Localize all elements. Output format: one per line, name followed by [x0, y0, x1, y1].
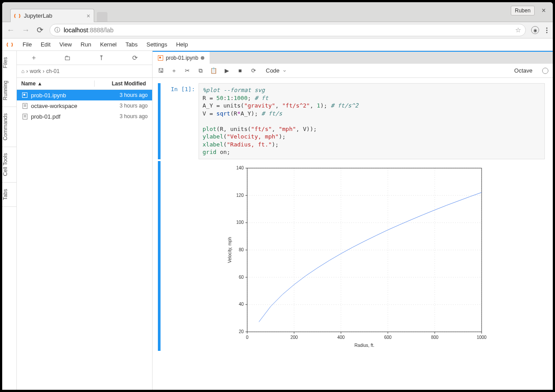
menu-view[interactable]: View	[55, 41, 76, 48]
jupyter-icon	[14, 13, 20, 19]
new-launcher-icon[interactable]: ＋	[28, 54, 39, 62]
chart-output: 0200400600800100020406080100120140Radius…	[199, 164, 545, 351]
sort-name[interactable]: Name	[21, 81, 36, 87]
url-field[interactable]: ⓘ localhost:8888/lab ☆	[50, 24, 526, 36]
vtab-files[interactable]: Files	[2, 51, 16, 74]
new-tab-stub[interactable]	[97, 12, 107, 22]
svg-text:1000: 1000	[477, 335, 487, 340]
cut-icon[interactable]: ✂	[184, 67, 191, 74]
vtab-tabs[interactable]: Tabs	[2, 183, 16, 207]
file-row[interactable]: octave-workspace3 hours ago	[17, 100, 152, 111]
svg-text:0: 0	[246, 335, 249, 340]
file-name: octave-workspace	[31, 103, 120, 109]
copy-icon[interactable]: ⧉	[197, 67, 204, 74]
kernel-name[interactable]: Octave	[514, 67, 532, 74]
sort-modified[interactable]: Last Modified	[95, 81, 148, 87]
notebook-icon	[21, 92, 28, 99]
code-editor[interactable]: %plot --format svg R = 50:1:1000; # ft A…	[199, 83, 545, 159]
input-prompt: In [1]:	[163, 83, 199, 159]
svg-text:40: 40	[239, 302, 244, 307]
file-icon	[21, 102, 28, 109]
vtab-cell-tools[interactable]: Cell Tools	[2, 147, 16, 183]
tab-close-icon[interactable]: ×	[87, 12, 90, 19]
stop-icon[interactable]: ■	[237, 67, 244, 74]
save-icon[interactable]: 🖫	[157, 67, 164, 74]
output-collapse-bar[interactable]	[158, 161, 161, 351]
svg-text:200: 200	[291, 335, 298, 340]
svg-text:120: 120	[236, 193, 244, 198]
svg-text:400: 400	[337, 335, 345, 340]
vtab-commands[interactable]: Commands	[2, 107, 16, 147]
notebook-icon	[158, 55, 163, 61]
menu-edit[interactable]: Edit	[36, 41, 55, 48]
jupyter-menubar: File Edit View Run Kernel Tabs Settings …	[2, 38, 553, 51]
menu-tabs[interactable]: Tabs	[121, 41, 142, 48]
dirty-indicator-icon	[201, 56, 204, 60]
browser-urlbar: ← → ⟳ ⓘ localhost:8888/lab ☆ ◉	[2, 22, 553, 38]
cell-collapse-bar[interactable]	[158, 83, 161, 159]
breadcrumb: ⌂ › work › ch-01	[17, 65, 152, 77]
svg-text:Radius, ft.: Radius, ft.	[354, 343, 374, 348]
nav-reload-icon[interactable]: ⟳	[36, 25, 44, 35]
code-cell[interactable]: In [1]: %plot --format svg R = 50:1:1000…	[158, 83, 545, 159]
paste-icon[interactable]: 📋	[210, 67, 217, 74]
refresh-icon[interactable]: ⟳	[130, 54, 141, 62]
breadcrumb-item[interactable]: ch-01	[46, 68, 60, 74]
file-modified: 3 hours ago	[120, 113, 148, 119]
menu-settings[interactable]: Settings	[142, 41, 172, 48]
url-rest: :8888/lab	[88, 27, 114, 34]
insert-cell-icon[interactable]: ＋	[170, 67, 177, 75]
svg-text:800: 800	[431, 335, 439, 340]
browser-tab[interactable]: JupyterLab ×	[10, 9, 94, 22]
notebook-body[interactable]: In [1]: %plot --format svg R = 50:1:1000…	[153, 78, 553, 390]
window-titlebar: JupyterLab × Ruben ×	[2, 2, 553, 22]
restart-icon[interactable]: ⟳	[250, 67, 257, 74]
vtab-running[interactable]: Running	[2, 74, 16, 107]
url-host: localhost	[64, 27, 88, 34]
left-tab-strip: Files Running Commands Cell Tools Tabs	[2, 51, 17, 390]
run-icon[interactable]: ▶	[223, 67, 230, 74]
menu-kernel[interactable]: Kernel	[96, 41, 121, 48]
svg-text:60: 60	[239, 275, 244, 280]
file-modified: 3 hours ago	[120, 92, 148, 98]
kernel-status-icon[interactable]	[542, 68, 548, 74]
doc-tab[interactable]: prob-01.ipynb	[153, 52, 210, 64]
file-browser: ＋ 🗀 ⤒ ⟳ ⌂ › work › ch-01 Name ▴ Last Mod…	[17, 51, 153, 390]
svg-text:100: 100	[236, 220, 244, 225]
notebook-toolbar: 🖫 ＋ ✂ ⧉ 📋 ▶ ■ ⟳ Code Octave	[153, 64, 553, 78]
doc-tab-bar: prob-01.ipynb	[153, 51, 553, 64]
menu-run[interactable]: Run	[76, 41, 96, 48]
user-profile-button[interactable]: Ruben	[511, 6, 534, 15]
svg-text:140: 140	[236, 165, 244, 170]
menu-file[interactable]: File	[18, 41, 36, 48]
file-icon	[21, 113, 28, 120]
doc-tab-label: prob-01.ipynb	[166, 55, 198, 61]
new-folder-icon[interactable]: 🗀	[62, 54, 73, 61]
nav-forward-icon[interactable]: →	[21, 26, 31, 35]
breadcrumb-home-icon[interactable]: ⌂	[21, 68, 24, 74]
extension-icon[interactable]: ◉	[531, 26, 539, 34]
browser-menu-icon[interactable]	[544, 27, 549, 33]
cell-type-select[interactable]: Code	[263, 66, 289, 75]
sort-asc-icon[interactable]: ▴	[38, 81, 41, 87]
file-list-header: Name ▴ Last Modified	[17, 77, 152, 90]
info-icon[interactable]: ⓘ	[54, 26, 60, 34]
svg-text:80: 80	[239, 247, 244, 252]
menu-help[interactable]: Help	[172, 41, 192, 48]
bookmark-star-icon[interactable]: ☆	[515, 26, 521, 34]
output-cell: . 0200400600800100020406080100120140Radi…	[158, 161, 545, 351]
nav-back-icon[interactable]: ←	[6, 26, 15, 35]
jupyter-logo-icon	[7, 42, 13, 48]
svg-text:600: 600	[384, 335, 392, 340]
breadcrumb-item[interactable]: work	[30, 68, 41, 74]
file-name: prob-01.ipynb	[31, 92, 120, 99]
file-row[interactable]: prob-01.ipynb3 hours ago	[17, 90, 152, 100]
file-modified: 3 hours ago	[120, 103, 148, 109]
file-name: prob-01.pdf	[31, 113, 120, 120]
window-close-icon[interactable]: ×	[539, 7, 548, 15]
upload-icon[interactable]: ⤒	[96, 54, 107, 62]
browser-tab-title: JupyterLab	[24, 12, 83, 19]
svg-text:Velocity, mph: Velocity, mph	[227, 237, 232, 263]
file-row[interactable]: prob-01.pdf3 hours ago	[17, 111, 152, 122]
main-content: prob-01.ipynb 🖫 ＋ ✂ ⧉ 📋 ▶ ■ ⟳ Code	[153, 51, 553, 390]
